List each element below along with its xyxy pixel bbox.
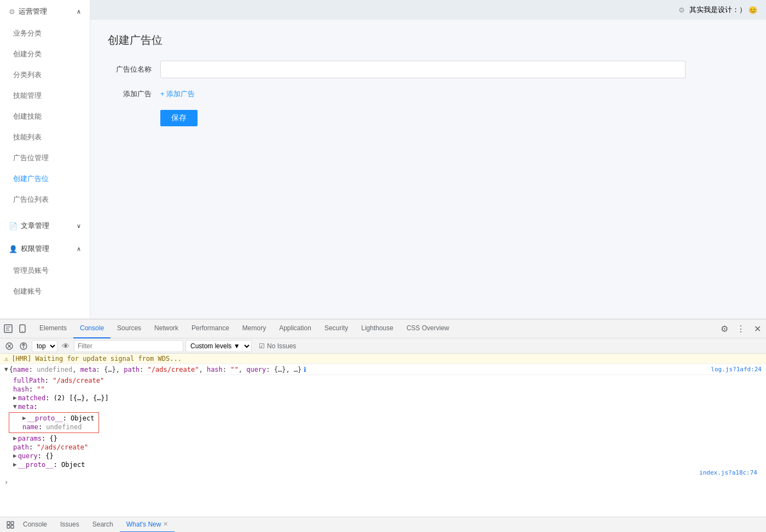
- form-name-row: 广告位名称: [108, 61, 748, 78]
- no-issues-badge: ☑ No Issues: [254, 340, 301, 352]
- page-title: 创建广告位: [108, 33, 748, 48]
- sidebar-item-skill-manage[interactable]: 技能管理: [0, 85, 90, 106]
- warn-icon: ⚠: [4, 355, 8, 363]
- content-body: 创建广告位 广告位名称 添加广告 + 添加广告 保存: [90, 20, 766, 139]
- proto-key-text: __proto__: Object: [27, 414, 95, 422]
- bottom-bar: Console Issues Search What's New ✕: [0, 517, 766, 532]
- sidebar-item-ad-list[interactable]: 广告位列表: [0, 189, 90, 210]
- devtools-panel: Elements Console Sources Network Perform…: [0, 319, 766, 532]
- sidebar-item-create-skill[interactable]: 创建技能: [0, 106, 90, 127]
- bottom-tab-console[interactable]: Console: [16, 517, 54, 533]
- hmr-text: [HMR] Waiting for update signal from WDS…: [11, 355, 182, 363]
- sidebar-section-permissions-label: 权限管理: [21, 244, 49, 254]
- content-area: ⚙ 其实我是设计：） 😊 创建广告位 广告位名称 添加广告 + 添加广告 保存: [90, 0, 766, 319]
- sidebar-section-operations[interactable]: ⚙ 运营管理 ∧: [0, 0, 90, 23]
- context-select[interactable]: top: [32, 340, 57, 352]
- sidebar-section-operations-label: 运营管理: [19, 7, 47, 16]
- form-name-input[interactable]: [160, 61, 686, 78]
- bottom-bar-icon1[interactable]: [4, 519, 16, 531]
- tab-memory[interactable]: Memory: [236, 319, 272, 338]
- log-link[interactable]: log.js?1afd:24: [711, 366, 762, 373]
- tab-lighthouse[interactable]: Lighthouse: [355, 319, 400, 338]
- sidebar-item-skill-list[interactable]: 技能列表: [0, 127, 90, 148]
- bottom-tab-whats-new[interactable]: What's New ✕: [120, 517, 175, 533]
- checkmark-icon: ☑: [259, 342, 265, 350]
- tab-network[interactable]: Network: [148, 319, 185, 338]
- save-button[interactable]: 保存: [160, 110, 198, 126]
- expand-proto-arrow[interactable]: ▶: [22, 414, 26, 422]
- sidebar-item-admin-account[interactable]: 管理员账号: [0, 260, 90, 281]
- sidebar-section-article[interactable]: 📄 文章管理 ∨: [0, 214, 90, 237]
- tree-line-hash: hash: "": [4, 385, 762, 394]
- filter-input[interactable]: [74, 340, 183, 352]
- console-entry-hmr: ⚠ [HMR] Waiting for update signal from W…: [0, 354, 766, 364]
- devtools-inspect-icon[interactable]: [2, 323, 14, 335]
- expand-meta-arrow[interactable]: ▼: [13, 403, 17, 410]
- devtools-tab-icons: ⚙ ⋮ ✕: [718, 322, 764, 335]
- expand-matched-arrow[interactable]: ▶: [13, 394, 17, 401]
- expand-proto2-arrow[interactable]: ▶: [13, 461, 17, 468]
- tab-elements[interactable]: Elements: [33, 319, 73, 338]
- expand-object-arrow[interactable]: ▼: [4, 366, 8, 373]
- console-entry-object: ▼ {name: undefined, meta: {…}, path: "/a…: [0, 364, 766, 375]
- devtools-settings-icon[interactable]: ⚙: [718, 322, 731, 335]
- devtools-tabs-bar: Elements Console Sources Network Perform…: [0, 319, 766, 338]
- form-save-row: 保存: [108, 110, 748, 126]
- index-link[interactable]: index.js?a18c:74: [699, 469, 757, 476]
- devtools-close-icon[interactable]: ✕: [751, 322, 764, 335]
- query-key: query: {}: [18, 452, 54, 460]
- header-right-text: 其实我是设计：）: [689, 5, 746, 15]
- path-key: path: "/ads/create": [13, 443, 88, 451]
- main-area: ⚙ 运营管理 ∧ 业务分类 创建分类 分类列表 技能管理 创建技能 技能列表: [0, 0, 766, 319]
- sidebar-item-ad-manage[interactable]: 广告位管理: [0, 148, 90, 168]
- sidebar: ⚙ 运营管理 ∧ 业务分类 创建分类 分类列表 技能管理 创建技能 技能列表: [0, 0, 90, 319]
- sidebar-item-category-list[interactable]: 分类列表: [0, 65, 90, 85]
- add-ad-link[interactable]: + 添加广告: [160, 89, 195, 99]
- tree-line-params: ▶ params: {}: [4, 434, 762, 443]
- hash-key: hash: "": [13, 385, 45, 393]
- devtools-device-icon[interactable]: [16, 323, 28, 335]
- sidebar-item-create-account[interactable]: 创建账号: [0, 281, 90, 302]
- tab-sources[interactable]: Sources: [111, 319, 148, 338]
- expand-query-arrow[interactable]: ▶: [13, 452, 17, 459]
- bottom-tab-issues[interactable]: Issues: [54, 517, 86, 533]
- filter-toggle-icon[interactable]: [18, 340, 30, 352]
- tree-line-fullpath: fullPath: "/ads/create": [4, 376, 762, 385]
- fullpath-key: fullPath: "/ads/create": [13, 377, 104, 384]
- chevron-down-icon-article: ∨: [77, 223, 81, 230]
- chevron-up-icon-perms: ∧: [77, 245, 81, 253]
- sidebar-item-create-ad[interactable]: 创建广告位: [0, 168, 90, 189]
- svg-rect-9: [11, 525, 14, 528]
- console-toolbar: top 👁 Custom levels ▼ ☑ No Issues: [0, 338, 766, 354]
- expand-params-arrow[interactable]: ▶: [13, 435, 17, 442]
- tree-line-proto2: ▶ __proto__: Object: [4, 460, 762, 469]
- tab-console[interactable]: Console: [73, 319, 111, 338]
- clear-console-icon[interactable]: [3, 340, 15, 352]
- tab-security[interactable]: Security: [318, 319, 355, 338]
- eye-icon[interactable]: 👁: [60, 340, 72, 352]
- tree-line-proto: ▶ __proto__: Object: [14, 414, 94, 423]
- sidebar-item-create-category[interactable]: 创建分类: [0, 44, 90, 65]
- meta-highlighted-block: ▶ __proto__: Object name: undefined: [9, 411, 762, 434]
- whats-new-close-icon[interactable]: ✕: [163, 521, 168, 528]
- chevron-up-icon: ∧: [77, 8, 81, 15]
- custom-levels-select[interactable]: Custom levels ▼: [185, 340, 252, 352]
- devtools-more-icon[interactable]: ⋮: [734, 322, 747, 335]
- tree-line-path: path: "/ads/create": [4, 443, 762, 452]
- svg-point-2: [22, 331, 23, 332]
- file-icon: 📄: [9, 222, 18, 230]
- bottom-tab-search[interactable]: Search: [86, 517, 120, 533]
- params-key: params: {}: [18, 435, 57, 442]
- header-settings-icon: ⚙: [678, 6, 685, 14]
- form-add-ad-label: 添加广告: [108, 89, 152, 99]
- tab-css-overview[interactable]: CSS Overview: [400, 319, 456, 338]
- tree-line-matched: ▶ matched: (2) [{…}, {…}]: [4, 394, 762, 402]
- tree-line-meta: ▼ meta:: [4, 402, 762, 411]
- sidebar-section-permissions[interactable]: 👤 权限管理 ∧: [0, 237, 90, 260]
- name-undefined-text: name: undefined: [22, 423, 82, 431]
- tab-application[interactable]: Application: [272, 319, 318, 338]
- form-add-ad-row: 添加广告 + 添加广告: [108, 89, 748, 99]
- tab-performance[interactable]: Performance: [185, 319, 236, 338]
- console-caret[interactable]: ›: [0, 477, 766, 487]
- sidebar-item-business-category[interactable]: 业务分类: [0, 23, 90, 44]
